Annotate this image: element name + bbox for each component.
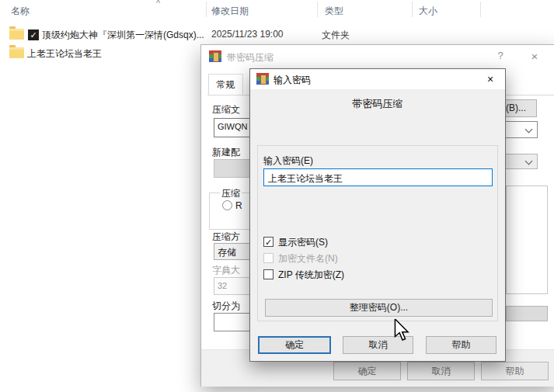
profile-label: 新建配 (212, 146, 240, 159)
column-separator[interactable] (412, 2, 413, 17)
encrypt-filenames-label: 加密文件名(N) (278, 252, 338, 265)
compression-method-combo[interactable]: 存储 (214, 243, 251, 260)
archive-name-input[interactable]: GIWQN (214, 118, 252, 137)
file-date: 2025/11/23 19:00 (211, 29, 284, 40)
help-button[interactable]: ? (492, 50, 509, 61)
zip-legacy-label[interactable]: ZIP 传统加密(Z) (278, 269, 344, 282)
help-button[interactable]: 帮助 (426, 336, 497, 354)
dialog-heading: 带密码压缩 (250, 97, 505, 111)
dialog-title: 带密码压缩 (227, 51, 274, 64)
browse-button[interactable]: (B)... (503, 99, 537, 117)
tab-general[interactable]: 常规 (208, 74, 243, 95)
folder-icon (9, 47, 24, 58)
close-button[interactable]: × (526, 50, 543, 63)
dialog-titlebar[interactable]: 输入密码 × (250, 69, 505, 89)
dictionary-size-label: 字典大 (212, 264, 240, 277)
chevron-down-icon (525, 158, 533, 165)
split-volumes-input[interactable] (214, 313, 252, 331)
winrar-icon (256, 73, 269, 85)
file-name[interactable]: 顶级约炮大神『深圳第一深情(Gdsqx)... (42, 29, 204, 42)
compression-method-label: 压缩方 (212, 231, 240, 244)
file-name[interactable]: 上老王论坛当老王 (27, 47, 102, 61)
file-type: 文件夹 (322, 29, 350, 42)
column-header-size[interactable]: 大小 (419, 5, 437, 18)
column-separator[interactable] (480, 2, 481, 17)
dialog-titlebar[interactable]: 带密码压缩 ? × (201, 45, 554, 68)
encrypt-filenames-checkbox (263, 253, 274, 263)
column-header-name[interactable]: 名称 (11, 5, 30, 18)
column-header-type[interactable]: 类型 (325, 5, 343, 18)
mouse-cursor (394, 319, 411, 342)
archive-name-label: 压缩文 (212, 103, 240, 116)
column-separator[interactable] (317, 2, 318, 17)
show-password-label[interactable]: 显示密码(S) (278, 236, 328, 249)
selected-checkbox[interactable]: ✓ (28, 29, 39, 40)
password-input-label: 输入密码(E) (263, 154, 313, 168)
sort-ascending-icon[interactable]: ^ (156, 0, 160, 8)
zip-legacy-checkbox[interactable] (263, 269, 274, 279)
winrar-icon (209, 50, 221, 62)
format-radio[interactable] (222, 200, 232, 210)
secondary-combo[interactable] (502, 154, 538, 169)
close-button[interactable]: × (480, 71, 500, 87)
show-password-checkbox[interactable]: ✓ (263, 237, 274, 247)
enter-password-dialog: 输入密码 × 带密码压缩 输入密码(E) 上老王论坛当老王 ✓ 显示密码(S) … (249, 68, 506, 362)
organize-passwords-button[interactable]: 整理密码(O)... (265, 299, 493, 317)
column-header-date[interactable]: 修改日期 (211, 5, 249, 18)
chevron-down-icon (525, 126, 533, 134)
update-mode-combo[interactable] (502, 121, 538, 138)
screen: ^ 名称 修改日期 类型 大小 ✓ 顶级约炮大神『深圳第一深情(Gdsqx)..… (0, 0, 554, 392)
help-button[interactable]: 帮助 (481, 362, 549, 380)
split-volumes-label: 切分为 (212, 300, 240, 313)
secondary-button[interactable] (506, 306, 548, 321)
dictionary-size-input: 32 (214, 277, 251, 295)
cancel-button[interactable]: 取消 (407, 362, 475, 380)
column-separator[interactable] (206, 2, 207, 17)
password-input[interactable]: 上老王论坛当老王 (263, 168, 493, 186)
options-listbox[interactable] (506, 186, 548, 294)
dialog-title: 输入密码 (274, 74, 311, 87)
ok-button[interactable]: 确定 (333, 362, 401, 380)
archive-format-group-label: 压缩 (220, 187, 242, 200)
folder-icon (9, 29, 24, 40)
profile-button[interactable] (214, 159, 252, 178)
ok-button[interactable]: 确定 (258, 336, 331, 354)
format-radio-label: R (235, 200, 242, 211)
